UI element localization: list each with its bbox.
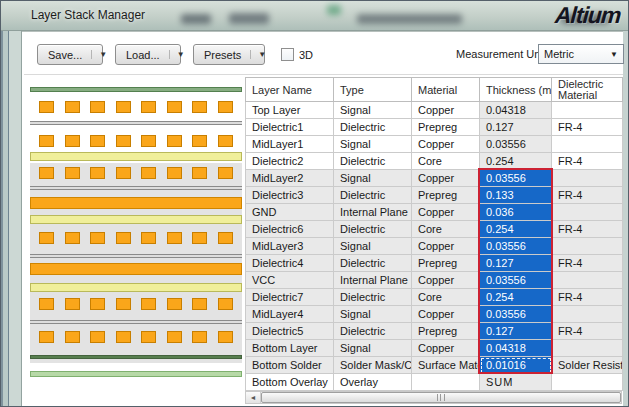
material-cell[interactable]: Core [412,221,480,238]
type-cell[interactable]: Overlay [334,374,412,391]
stack-layer-midlayer2[interactable] [30,167,242,179]
column-header[interactable]: Type [334,78,412,102]
stack-layer-midlayer1[interactable] [30,135,242,147]
material-cell[interactable]: Copper [412,136,480,153]
layer-name-cell[interactable]: MidLayer1 [246,136,334,153]
thickness-cell[interactable]: 0.036 [480,204,552,221]
layer-name-cell[interactable]: MidLayer2 [246,170,334,187]
table-row[interactable]: MidLayer3SignalCopper0.03556 [246,238,623,255]
thickness-cell[interactable]: 0.03556 [480,170,552,187]
dielectric-material-cell[interactable]: Solder Resist [552,357,623,374]
dielectric-material-cell[interactable]: FR-4 [552,255,623,272]
stack-layer-dielectric3[interactable] [30,186,242,190]
stack-layer-dielectric6[interactable] [30,215,242,224]
horizontal-scrollbar[interactable]: ◄ [245,391,622,404]
stack-layer-vcc[interactable] [30,263,242,275]
material-cell[interactable]: Prepreg [412,119,480,136]
material-cell[interactable]: Copper [412,306,480,323]
material-cell[interactable]: Core [412,289,480,306]
type-cell[interactable]: Internal Plane [334,204,412,221]
dielectric-material-cell[interactable] [552,340,623,357]
layer-name-cell[interactable]: Dielectric6 [246,221,334,238]
material-cell[interactable] [412,374,480,391]
3d-checkbox[interactable] [281,48,294,61]
layer-stack-graphic[interactable] [30,79,242,391]
layer-name-cell[interactable]: Dielectric7 [246,289,334,306]
type-cell[interactable]: Dielectric [334,221,412,238]
table-row[interactable]: Bottom SolderSolder Mask/Co...Surface Ma… [246,357,623,374]
stack-layer-dielectric7[interactable] [30,283,242,292]
thickness-cell[interactable]: 0.03556 [480,306,552,323]
type-cell[interactable]: Dielectric [334,187,412,204]
type-cell[interactable]: Internal Plane [334,272,412,289]
type-cell[interactable]: Signal [334,238,412,255]
table-row[interactable]: Dielectric7DielectricCore0.254FR-4 [246,289,623,306]
stack-layer-gnd[interactable] [30,197,242,209]
dielectric-material-cell[interactable] [552,374,623,391]
layer-name-cell[interactable]: VCC [246,272,334,289]
type-cell[interactable]: Dielectric [334,119,412,136]
thickness-cell[interactable]: 0.03556 [480,136,552,153]
layer-name-cell[interactable]: MidLayer3 [246,238,334,255]
title-bar[interactable]: Layer Stack Manager Altium [1,1,629,31]
thickness-cell[interactable]: 0.127 [480,119,552,136]
type-cell[interactable]: Dielectric [334,289,412,306]
table-row[interactable]: Bottom OverlayOverlaySUM [246,374,623,391]
measurement-unit-select[interactable]: Metric ▼ [538,44,624,64]
table-row[interactable]: Dielectric3DielectricPrepreg0.133FR-4 [246,187,623,204]
dielectric-material-cell[interactable]: FR-4 [552,187,623,204]
type-cell[interactable]: Signal [334,340,412,357]
thickness-cell[interactable]: 0.04318 [480,102,552,119]
dielectric-material-cell[interactable]: FR-4 [552,323,623,340]
material-cell[interactable]: Prepreg [412,323,480,340]
material-cell[interactable]: Copper [412,272,480,289]
thickness-cell[interactable]: 0.01016 [480,357,552,374]
material-cell[interactable]: Prepreg [412,187,480,204]
layer-grid[interactable]: Layer NameTypeMaterialThickness (mm)Diel… [245,77,623,391]
dielectric-material-cell[interactable]: FR-4 [552,153,623,170]
thickness-cell[interactable]: 0.127 [480,323,552,340]
table-row[interactable]: GNDInternal PlaneCopper0.036 [246,204,623,221]
thickness-cell[interactable]: 0.04318 [480,340,552,357]
column-header[interactable]: Layer Name [246,78,334,102]
material-cell[interactable]: Copper [412,170,480,187]
dielectric-material-cell[interactable] [552,136,623,153]
table-row[interactable]: Dielectric4DielectricPrepreg0.127FR-4 [246,255,623,272]
thickness-cell[interactable]: 0.03556 [480,272,552,289]
thickness-cell[interactable]: SUM [480,374,552,391]
dielectric-material-cell[interactable]: FR-4 [552,289,623,306]
material-cell[interactable]: Copper [412,102,480,119]
material-cell[interactable]: Copper [412,340,480,357]
type-cell[interactable]: Signal [334,136,412,153]
dielectric-material-cell[interactable] [552,170,623,187]
layer-name-cell[interactable]: GND [246,204,334,221]
column-header[interactable]: Thickness (mm) [480,78,552,102]
thickness-cell[interactable]: 0.133 [480,187,552,204]
stack-layer-dielectric2[interactable] [30,152,242,161]
load-button[interactable]: Load... ▼ [115,44,181,65]
layer-name-cell[interactable]: Dielectric1 [246,119,334,136]
stack-layer-dielectric4[interactable] [30,254,242,258]
table-row[interactable]: MidLayer4SignalCopper0.03556 [246,306,623,323]
table-row[interactable]: Dielectric6DielectricCore0.254FR-4 [246,221,623,238]
table-row[interactable]: Top LayerSignalCopper0.04318 [246,102,623,119]
material-cell[interactable]: Copper [412,238,480,255]
type-cell[interactable]: Dielectric [334,255,412,272]
column-header[interactable]: DielectricMaterial [552,78,623,102]
layer-name-cell[interactable]: MidLayer4 [246,306,334,323]
table-row[interactable]: MidLayer1SignalCopper0.03556 [246,136,623,153]
material-cell[interactable]: Prepreg [412,255,480,272]
thickness-cell[interactable]: 0.127 [480,255,552,272]
layer-name-cell[interactable]: Dielectric3 [246,187,334,204]
dielectric-material-cell[interactable]: FR-4 [552,221,623,238]
table-row[interactable]: Bottom LayerSignalCopper0.04318 [246,340,623,357]
layer-name-cell[interactable]: Bottom Overlay [246,374,334,391]
dielectric-material-cell[interactable] [552,306,623,323]
table-row[interactable]: Dielectric1DielectricPrepreg0.127FR-4 [246,119,623,136]
dielectric-material-cell[interactable] [552,238,623,255]
thickness-cell[interactable]: 0.254 [480,153,552,170]
layer-name-cell[interactable]: Top Layer [246,102,334,119]
type-cell[interactable]: Solder Mask/Co... [334,357,412,374]
column-header[interactable]: Material [412,78,480,102]
layer-name-cell[interactable]: Dielectric4 [246,255,334,272]
